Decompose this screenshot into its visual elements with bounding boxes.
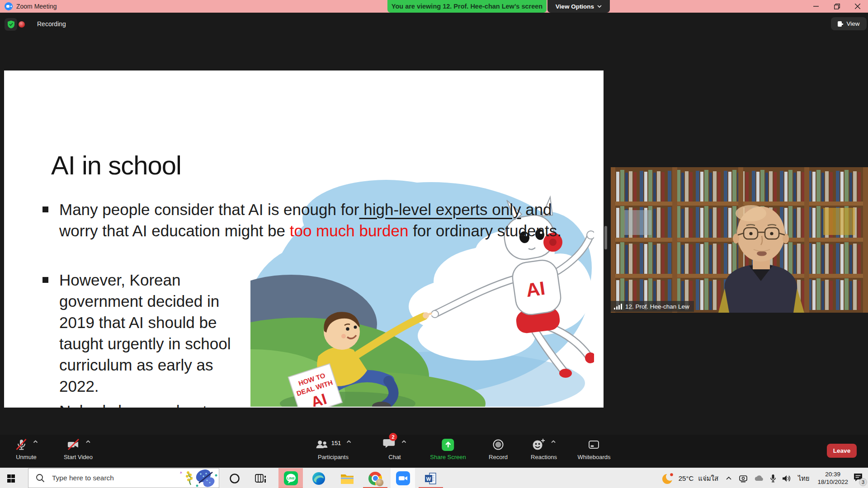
chevron-up-icon[interactable] <box>33 440 38 443</box>
tray-clock[interactable]: 20:39 18/10/2022 <box>817 471 848 486</box>
start-video-label: Start Video <box>64 454 93 460</box>
participants-count: 151 <box>331 440 341 446</box>
taskbar-app-word[interactable]: W <box>419 468 443 488</box>
signal-strength-icon <box>614 304 622 310</box>
tray-time: 20:39 <box>825 471 840 479</box>
unmute-button[interactable]: Unmute <box>14 438 38 460</box>
share-screen-button[interactable]: Share Screen <box>430 438 466 460</box>
view-layout-icon <box>838 21 843 27</box>
whiteboards-button[interactable]: Whiteboards <box>578 438 611 460</box>
participants-button[interactable]: 151 Participants <box>315 438 352 460</box>
taskbar-app-chrome[interactable] <box>363 468 387 488</box>
close-button[interactable] <box>847 0 868 13</box>
minimize-button[interactable] <box>806 0 826 13</box>
meeting-toolbar: Unmute Start Video 15 <box>0 435 868 468</box>
meeting-info-shield-button[interactable] <box>5 18 17 31</box>
reactions-button[interactable]: Reactions <box>531 438 557 460</box>
windows-logo-icon <box>7 474 15 482</box>
weather-widget[interactable] <box>660 471 675 486</box>
chevron-up-icon[interactable] <box>85 440 91 443</box>
tray-onedrive-icon[interactable] <box>754 475 764 482</box>
record-button[interactable]: Record <box>489 438 508 460</box>
search-icon <box>36 474 45 483</box>
bullet3-text: Nobody knows about success or not!! <box>59 400 207 408</box>
window-titlebar: Zoom Meeting You are viewing 12. Prof. H… <box>0 0 868 13</box>
view-options-button[interactable]: View Options <box>547 0 610 13</box>
panel-resize-handle[interactable] <box>604 226 607 249</box>
search-highlight-butterfly-icon[interactable] <box>177 469 219 488</box>
bullet2-text: However, Korean government decided in 20… <box>59 269 231 397</box>
reactions-label: Reactions <box>531 454 557 460</box>
tray-date: 18/10/2022 <box>817 479 848 486</box>
zoom-app-icon <box>5 2 13 10</box>
shared-screen-slide: AI in school Many people consider that A… <box>4 70 604 408</box>
participant-name: 12. Prof. Hee-chan Lew <box>625 303 689 310</box>
chat-unread-badge: 2 <box>389 433 397 441</box>
reactions-icon <box>532 438 546 451</box>
bullet-marker <box>42 277 48 283</box>
tray-volume-icon[interactable] <box>782 474 792 483</box>
bullet1-red-text: too much burden <box>290 222 409 239</box>
whiteboard-icon <box>587 438 601 451</box>
system-tray: 25°C แจ่มใส ไทย 20:39 18/10/2022 <box>660 468 868 488</box>
tray-weather-condition[interactable]: แจ่มใส <box>698 473 718 484</box>
windows-taskbar: LINE <box>0 468 868 488</box>
slide-bullet-3: Nobody knows about success or not!! <box>42 400 296 408</box>
tray-overflow-chevron[interactable] <box>726 476 732 480</box>
notification-count-badge: 3 <box>859 478 867 486</box>
bullet-marker <box>42 206 48 212</box>
unmute-label: Unmute <box>16 454 37 460</box>
chevron-up-icon[interactable] <box>551 440 557 443</box>
file-explorer-icon <box>340 473 354 484</box>
taskbar-search[interactable] <box>28 468 219 488</box>
participants-label: Participants <box>318 454 349 460</box>
tray-camera-icon[interactable] <box>738 474 748 483</box>
bullet1-underlined-text: high-level experts only <box>359 201 521 218</box>
chat-button[interactable]: 2 Chat <box>383 438 407 460</box>
record-icon <box>491 438 505 451</box>
action-center-button[interactable]: 3 <box>853 473 863 484</box>
view-options-label: View Options <box>556 3 594 10</box>
slide-bullet-1: Many people consider that AI is enough f… <box>42 199 580 241</box>
clear-night-weather-icon <box>660 471 675 486</box>
restore-button[interactable] <box>826 0 847 13</box>
taskbar-app-line[interactable]: LINE <box>278 468 303 488</box>
tray-language-indicator[interactable]: ไทย <box>798 473 809 483</box>
chevron-down-icon <box>597 5 602 8</box>
taskbar-app-file-explorer[interactable] <box>335 468 359 488</box>
start-button[interactable] <box>0 468 22 488</box>
start-video-button[interactable]: Start Video <box>64 438 93 460</box>
speaker-video-tile[interactable]: 12. Prof. Hee-chan Lew <box>611 167 868 313</box>
cortana-icon <box>228 472 241 485</box>
slide-title: AI in school <box>51 150 181 180</box>
search-input[interactable] <box>51 474 166 483</box>
chevron-up-icon <box>726 476 732 480</box>
taskbar-app-zoom[interactable] <box>391 468 415 488</box>
leave-button[interactable]: Leave <box>827 444 857 458</box>
speaker-video-frame <box>611 167 868 313</box>
window-title: Zoom Meeting <box>16 3 57 10</box>
tray-temperature[interactable]: 25°C <box>679 474 694 482</box>
tray-microphone-icon[interactable] <box>770 474 776 483</box>
record-label: Record <box>489 454 508 460</box>
view-layout-button[interactable]: View <box>831 17 867 30</box>
task-view-icon <box>255 473 267 484</box>
recording-label: Recording <box>37 20 66 28</box>
camera-off-icon <box>66 438 80 451</box>
taskbar-app-cortana[interactable] <box>222 468 247 488</box>
zoom-meeting-window: Zoom Meeting You are viewing 12. Prof. H… <box>0 0 868 488</box>
edge-icon <box>312 472 326 485</box>
share-screen-label: Share Screen <box>430 454 466 460</box>
chevron-up-icon[interactable] <box>401 440 407 443</box>
chevron-up-icon[interactable] <box>346 440 351 443</box>
chrome-icon <box>368 472 382 485</box>
zoom-icon <box>396 471 410 485</box>
bullet1-text: for ordinary students. <box>408 222 561 239</box>
word-icon: W <box>424 472 438 485</box>
microphone-muted-icon <box>14 438 28 451</box>
slide-bullet-2: However, Korean government decided in 20… <box>42 269 296 397</box>
taskbar-app-edge[interactable] <box>307 468 331 488</box>
taskbar-app-task-view[interactable] <box>249 468 273 488</box>
recording-indicator-icon <box>19 21 25 28</box>
participants-icon <box>315 438 329 451</box>
